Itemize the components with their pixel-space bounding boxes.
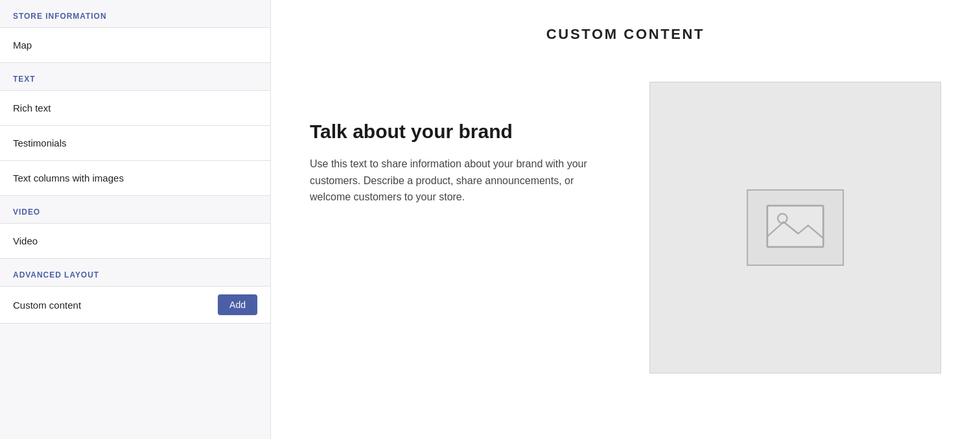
brand-text-block: Talk about your brand Use this text to s…	[310, 82, 611, 206]
page-title: CUSTOM CONTENT	[546, 26, 705, 43]
sidebar-item-custom-content: Custom content Add	[0, 287, 270, 324]
brand-body: Use this text to share information about…	[310, 156, 595, 206]
sidebar: STORE INFORMATION Map TEXT Rich text Tes…	[0, 0, 271, 439]
sidebar-item-text-columns-with-images-label: Text columns with images	[13, 172, 124, 184]
main-content: CUSTOM CONTENT Talk about your brand Use…	[271, 0, 980, 439]
sidebar-section-advanced-layout: ADVANCED LAYOUT	[0, 259, 270, 287]
sidebar-item-testimonials[interactable]: Testimonials	[0, 126, 270, 161]
sidebar-item-video-label: Video	[13, 235, 38, 246]
sidebar-section-store-information: STORE INFORMATION	[0, 0, 270, 28]
sidebar-item-rich-text[interactable]: Rich text	[0, 91, 270, 126]
svg-rect-0	[767, 206, 823, 247]
add-custom-content-button[interactable]: Add	[218, 294, 257, 315]
content-section: Talk about your brand Use this text to s…	[310, 82, 941, 374]
brand-heading: Talk about your brand	[310, 121, 611, 143]
image-placeholder	[649, 82, 941, 374]
sidebar-item-map[interactable]: Map	[0, 28, 270, 63]
image-icon-wrapper	[747, 189, 844, 266]
sidebar-item-custom-content-label: Custom content	[13, 300, 81, 311]
sidebar-item-map-label: Map	[13, 40, 32, 51]
image-placeholder-icon	[766, 204, 824, 252]
sidebar-section-video: VIDEO	[0, 196, 270, 224]
sidebar-section-text: TEXT	[0, 63, 270, 91]
sidebar-item-video[interactable]: Video	[0, 224, 270, 259]
sidebar-item-testimonials-label: Testimonials	[13, 137, 67, 148]
sidebar-item-rich-text-label: Rich text	[13, 102, 51, 113]
sidebar-item-text-columns-with-images[interactable]: Text columns with images	[0, 161, 270, 196]
